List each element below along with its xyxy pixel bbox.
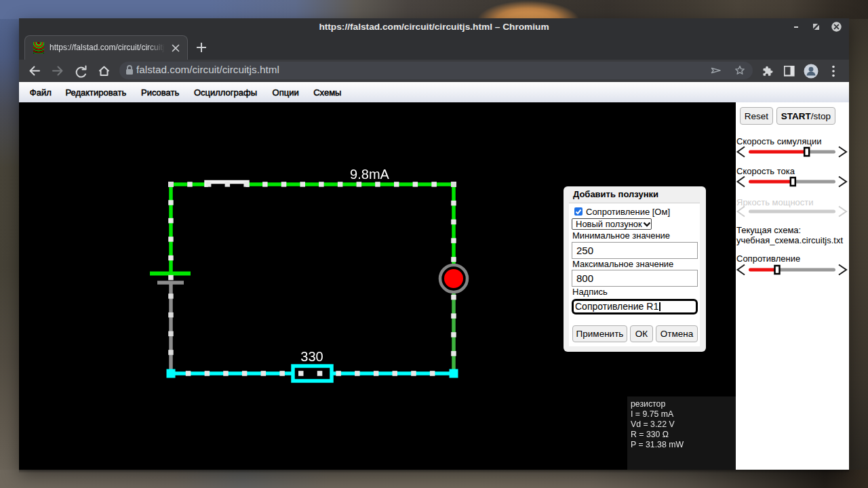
svg-text:9.8mA: 9.8mA — [350, 167, 389, 182]
svg-text:330: 330 — [300, 349, 323, 364]
